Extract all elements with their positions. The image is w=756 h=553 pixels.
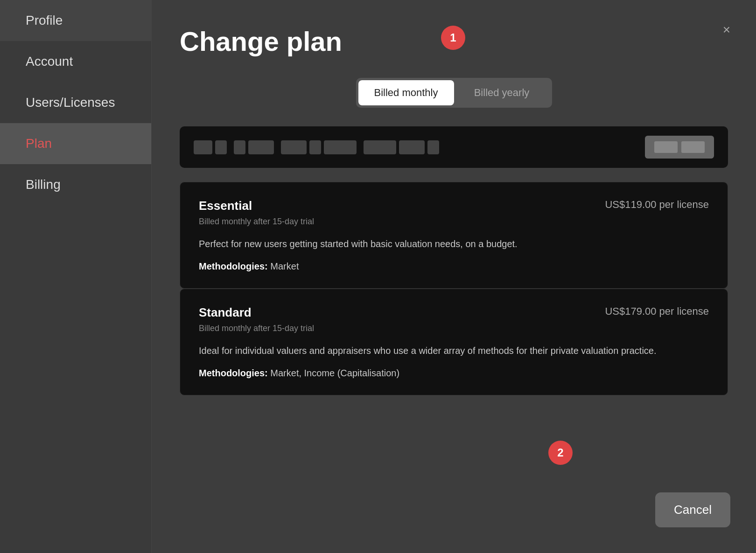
sidebar-item-plan[interactable]: Plan <box>0 123 151 164</box>
sidebar-item-users-licenses[interactable]: Users/Licenses <box>0 82 151 123</box>
standard-plan-name: Standard <box>199 305 252 320</box>
logo-group-2 <box>234 140 274 154</box>
essential-plan-name: Essential <box>199 199 252 213</box>
logo-block <box>248 140 274 154</box>
badge-1: 1 <box>441 26 465 50</box>
logo-block <box>234 140 245 154</box>
essential-methodologies-label: Methodologies: <box>199 261 268 271</box>
standard-plan-price: US$179.00 per license <box>605 305 709 318</box>
logo-block <box>281 140 307 154</box>
plan-logos-bar <box>180 126 728 168</box>
logo-group-3 <box>281 140 357 154</box>
close-button[interactable]: × <box>723 23 730 36</box>
billing-yearly-button[interactable]: Billed yearly <box>454 80 550 105</box>
sidebar-item-billing[interactable]: Billing <box>0 164 151 205</box>
essential-billing-note: Billed monthly after 15-day trial <box>199 217 709 227</box>
billing-toggle: Billed monthly Billed yearly <box>356 78 552 108</box>
selected-plan-indicator <box>645 136 714 159</box>
standard-plan-card[interactable]: Standard US$179.00 per license Billed mo… <box>180 289 728 395</box>
standard-card-header: Standard US$179.00 per license <box>199 305 709 320</box>
essential-plan-price: US$119.00 per license <box>605 199 709 211</box>
sidebar-item-account[interactable]: Account <box>0 41 151 82</box>
logo-block <box>364 140 396 154</box>
standard-methodologies-value: Market, Income (Capitalisation) <box>270 368 399 378</box>
logo-block <box>399 140 425 154</box>
sidebar: Profile Account Users/Licenses Plan Bill… <box>0 0 152 553</box>
plans-container: Essential US$119.00 per license Billed m… <box>180 182 728 395</box>
sidebar-item-profile[interactable]: Profile <box>0 0 151 41</box>
standard-description: Ideal for individual valuers and apprais… <box>199 344 709 358</box>
logo-block <box>194 140 212 154</box>
billing-monthly-button[interactable]: Billed monthly <box>358 80 454 105</box>
essential-description: Perfect for new users getting started wi… <box>199 237 709 251</box>
standard-billing-note: Billed monthly after 15-day trial <box>199 324 709 333</box>
logo-group-1 <box>194 140 227 154</box>
essential-methodologies-value: Market <box>270 261 299 271</box>
essential-methodologies: Methodologies: Market <box>199 261 709 272</box>
standard-methodologies-label: Methodologies: <box>199 368 268 378</box>
logo-block <box>324 140 357 154</box>
essential-plan-card[interactable]: Essential US$119.00 per license Billed m… <box>180 182 728 289</box>
logo-block <box>215 140 227 154</box>
logo-group-4 <box>364 140 439 154</box>
standard-methodologies: Methodologies: Market, Income (Capitalis… <box>199 368 709 379</box>
badge-2: 2 <box>548 441 573 465</box>
modal-content: × Change plan 1 Billed monthly Billed ye… <box>152 0 756 553</box>
selected-block-2 <box>681 141 705 153</box>
logo-block <box>427 140 439 154</box>
selected-block-1 <box>654 141 678 153</box>
cancel-button[interactable]: Cancel <box>655 492 730 527</box>
logo-block <box>309 140 321 154</box>
essential-card-header: Essential US$119.00 per license <box>199 199 709 213</box>
